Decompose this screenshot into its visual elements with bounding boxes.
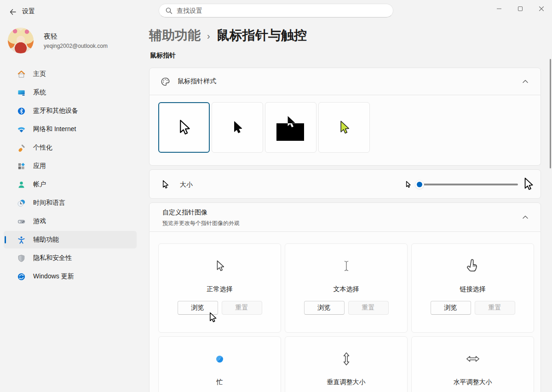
system-icon [17, 88, 26, 97]
search-box[interactable] [159, 4, 393, 17]
custom-pointers-card-body: 正常选择 浏览 重置 文本选择 浏览 重置 [149, 232, 541, 392]
breadcrumb-parent[interactable]: 辅助功能 [149, 27, 201, 44]
sidebar-item-privacy[interactable]: 隐私和安全性 [4, 249, 137, 267]
windows-update-icon [17, 272, 26, 281]
pointer-tile-normal-select: 正常选择 浏览 重置 [158, 243, 281, 333]
arrow-left-icon [9, 8, 17, 16]
sidebar-item-label: 个性化 [33, 144, 52, 152]
sidebar-item-label: Windows 更新 [33, 272, 74, 281]
pointer-tile-busy: 忙 浏览 重置 [158, 336, 281, 392]
browse-button[interactable]: 浏览 [304, 301, 345, 315]
size-slider-thumb[interactable] [415, 180, 424, 189]
pointer-tile-label: 忙 [217, 378, 223, 386]
selected-indicator [5, 236, 6, 243]
pointer-style-card-header[interactable]: 鼠标指针样式 [149, 68, 541, 95]
personalization-icon [17, 143, 26, 152]
pointer-tile-text-select: 文本选择 浏览 重置 [285, 243, 408, 333]
sidebar-item-personalization[interactable]: 个性化 [4, 139, 137, 156]
custom-pointers-title: 自定义指针图像 [162, 208, 240, 217]
avatar [8, 28, 34, 53]
ibeam-cursor [341, 259, 351, 273]
pointer-tile-horizontal-resize: 水平调整大小 浏览 重置 [411, 336, 534, 392]
browse-button[interactable]: 浏览 [431, 301, 471, 315]
hand-cursor [465, 258, 481, 274]
chevron-up-icon [522, 79, 529, 84]
collapse-button[interactable] [518, 75, 532, 87]
black-cursor [230, 120, 244, 135]
inverted-cursor [275, 113, 307, 142]
home-icon [17, 69, 26, 79]
horizontal-resize-cursor [465, 354, 481, 364]
section-title: 鼠标指针 [150, 52, 176, 60]
page-title: 鼠标指针与触控 [217, 27, 307, 44]
close-icon [539, 6, 544, 12]
sidebar-item-label: 帐户 [33, 180, 46, 189]
pointer-tile-label: 水平调整大小 [454, 378, 492, 386]
user-email: yeqing2002@outlook.com [44, 43, 108, 49]
sidebar-item-label: 主页 [33, 70, 46, 78]
size-slider-track[interactable] [417, 184, 518, 185]
custom-pointers-subtitle: 预览并更改每个指针图像的外观 [162, 219, 240, 227]
cursor-style-option-custom-color[interactable] [318, 102, 370, 153]
chevron-up-icon [522, 215, 529, 219]
accessibility-icon [17, 235, 26, 244]
pointer-tile-label: 垂直调整大小 [327, 378, 366, 386]
sidebar-item-label: 系统 [33, 88, 46, 97]
time-language-icon [17, 198, 26, 208]
sidebar-item-label: 时间和语言 [33, 199, 65, 207]
sidebar-item-time-language[interactable]: 时间和语言 [4, 194, 137, 212]
reset-button: 重置 [348, 301, 389, 315]
sidebar-item-label: 网络和 Internet [33, 125, 76, 133]
accounts-icon [17, 180, 26, 189]
search-icon [165, 7, 173, 15]
sidebar-nav: 主页 系统 蓝牙和其他设备 网络和 Internet 个性化 [4, 65, 137, 286]
sidebar-item-label: 隐私和安全性 [33, 254, 72, 262]
pointer-tile-vertical-resize: 垂直调整大小 浏览 重置 [285, 336, 408, 392]
apps-icon [17, 161, 26, 171]
large-cursor-icon [521, 175, 535, 193]
scrollbar-thumb[interactable] [550, 59, 551, 168]
sidebar-item-home[interactable]: 主页 [4, 65, 137, 83]
pointer-tile-label: 链接选择 [460, 285, 486, 294]
sidebar-item-gaming[interactable]: 游戏 [4, 213, 137, 230]
reset-button: 重置 [475, 301, 515, 315]
app-title: 设置 [22, 7, 35, 16]
minimize-icon [496, 6, 502, 12]
maximize-button[interactable] [510, 0, 531, 17]
size-label: 大小 [180, 181, 193, 189]
sidebar-item-apps[interactable]: 应用 [4, 157, 137, 175]
sidebar-item-bluetooth[interactable]: 蓝牙和其他设备 [4, 102, 137, 120]
sidebar-item-accessibility[interactable]: 辅助功能 [4, 231, 137, 248]
privacy-icon [17, 254, 26, 263]
arrow-cursor [214, 259, 226, 273]
search-input[interactable] [177, 5, 384, 17]
sidebar-item-label: 蓝牙和其他设备 [33, 107, 78, 115]
breadcrumb: 辅助功能 › 鼠标指针与触控 [149, 27, 307, 44]
reset-button: 重置 [222, 301, 262, 315]
browse-button[interactable]: 浏览 [178, 301, 218, 315]
busy-ring [216, 356, 223, 363]
settings-window: 设置 夜轻 yeqing2002@outlook.com 主页 [0, 0, 552, 392]
user-name: 夜轻 [44, 32, 108, 41]
custom-color-cursor [337, 119, 351, 136]
cursor-style-option-white[interactable] [158, 102, 210, 153]
sidebar-item-accounts[interactable]: 帐户 [4, 176, 137, 193]
cursor-style-option-inverted[interactable] [265, 102, 316, 153]
pointer-style-card-body [149, 95, 541, 166]
sidebar-item-label: 游戏 [33, 217, 46, 225]
user-profile[interactable]: 夜轻 yeqing2002@outlook.com [8, 28, 108, 53]
back-button[interactable] [6, 6, 20, 18]
custom-pointers-card-header[interactable]: 自定义指针图像 预览并更改每个指针图像的外观 [149, 202, 541, 232]
close-button[interactable] [531, 0, 552, 17]
sidebar-item-system[interactable]: 系统 [4, 84, 137, 101]
minimize-button[interactable] [489, 0, 510, 17]
white-cursor [176, 118, 192, 137]
pointer-tile-label: 正常选择 [207, 285, 233, 294]
bluetooth-icon [17, 106, 26, 115]
sidebar-item-network[interactable]: 网络和 Internet [4, 121, 137, 138]
collapse-button[interactable] [518, 211, 532, 223]
cursor-style-option-black[interactable] [212, 102, 263, 153]
sidebar-item-label: 辅助功能 [33, 236, 59, 244]
small-cursor-icon [404, 180, 412, 189]
sidebar-item-windows-update[interactable]: Windows 更新 [4, 268, 137, 285]
